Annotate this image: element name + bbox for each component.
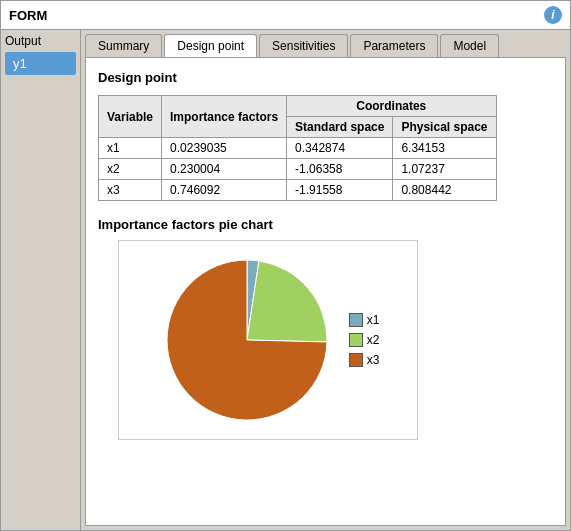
chart-title: Importance factors pie chart [98, 217, 553, 232]
legend-label-x1: x1 [367, 313, 380, 327]
legend-item-x3: x3 [349, 353, 380, 367]
pie-chart-container: x1x2x3 [118, 240, 418, 440]
legend-color-x3 [349, 353, 363, 367]
section-title: Design point [98, 70, 553, 85]
cell-physical: 6.34153 [393, 138, 496, 159]
tab-sensitivities[interactable]: Sensitivities [259, 34, 348, 57]
output-label: Output [5, 34, 76, 48]
tab-parameters[interactable]: Parameters [350, 34, 438, 57]
pie-slice-x2 [247, 261, 327, 342]
title-bar: FORM i [0, 0, 571, 30]
cell-variable: x3 [99, 180, 162, 201]
legend-color-x2 [349, 333, 363, 347]
tab-model[interactable]: Model [440, 34, 499, 57]
design-point-table: Variable Importance factors Coordinates … [98, 95, 497, 201]
legend-color-x1 [349, 313, 363, 327]
table-row: x10.02390350.3428746.34153 [99, 138, 497, 159]
col-importance: Importance factors [162, 96, 287, 138]
cell-standard: 0.342874 [287, 138, 393, 159]
cell-importance: 0.0239035 [162, 138, 287, 159]
cell-physical: 0.808442 [393, 180, 496, 201]
col-physical-space: Physical space [393, 117, 496, 138]
content-area: Summary Design point Sensitivities Param… [81, 30, 570, 530]
col-standard-space: Standard space [287, 117, 393, 138]
tab-designpoint[interactable]: Design point [164, 34, 257, 57]
table-row: x20.230004-1.063581.07237 [99, 159, 497, 180]
table-row: x30.746092-1.915580.808442 [99, 180, 497, 201]
tab-summary[interactable]: Summary [85, 34, 162, 57]
cell-importance: 0.230004 [162, 159, 287, 180]
cell-standard: -1.06358 [287, 159, 393, 180]
legend-label-x2: x2 [367, 333, 380, 347]
sidebar-item-y1[interactable]: y1 [5, 52, 76, 75]
cell-variable: x2 [99, 159, 162, 180]
cell-physical: 1.07237 [393, 159, 496, 180]
cell-standard: -1.91558 [287, 180, 393, 201]
window-title: FORM [9, 8, 47, 23]
cell-importance: 0.746092 [162, 180, 287, 201]
cell-variable: x1 [99, 138, 162, 159]
legend-item-x1: x1 [349, 313, 380, 327]
info-icon[interactable]: i [544, 6, 562, 24]
tab-bar: Summary Design point Sensitivities Param… [81, 30, 570, 57]
col-coordinates: Coordinates [287, 96, 496, 117]
legend-item-x2: x2 [349, 333, 380, 347]
pie-chart [157, 250, 337, 430]
pie-legend: x1x2x3 [349, 313, 380, 367]
sidebar: Output y1 [1, 30, 81, 530]
tab-content-designpoint: Design point Variable Importance factors… [85, 57, 566, 526]
legend-label-x3: x3 [367, 353, 380, 367]
col-variable: Variable [99, 96, 162, 138]
